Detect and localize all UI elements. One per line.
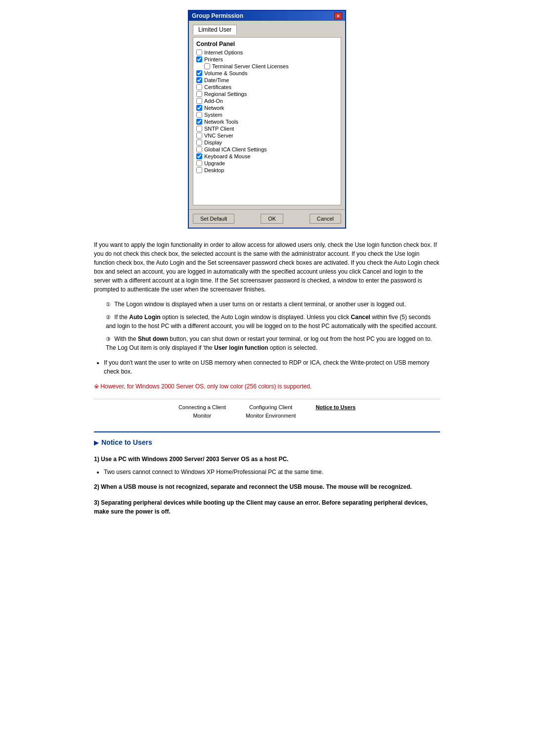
checkbox-7[interactable] <box>196 98 202 104</box>
checkbox-label-4: Date/Time <box>204 77 229 83</box>
notice-title: Notice to Users <box>94 437 440 448</box>
checkbox-label-14: Global ICA Client Settings <box>204 146 267 152</box>
group-permission-dialog: Group Permission × Limited User Control … <box>188 10 346 229</box>
panel-title: Control Panel <box>196 41 338 47</box>
checkbox-item-8[interactable]: Network <box>196 105 338 111</box>
numbered-list: The Logon window is displayed when a use… <box>104 300 440 352</box>
bullet-item-1: If you don't want the user to write on U… <box>104 358 440 376</box>
checkbox-5[interactable] <box>196 84 202 90</box>
checkbox-label-17: Desktop <box>204 167 224 173</box>
ok-button[interactable]: OK <box>261 214 283 224</box>
checkbox-label-1: Printers <box>204 56 223 62</box>
notice-heading-3: 3) Separating peripheral devices while b… <box>94 498 440 516</box>
checkbox-item-11[interactable]: SNTP Client <box>196 126 338 132</box>
tab-limited-user[interactable]: Limited User <box>193 25 237 35</box>
main-content: If you want to apply the login functiona… <box>94 240 440 516</box>
checkbox-16[interactable] <box>196 160 202 166</box>
checkbox-label-10: Network Tools <box>204 119 238 125</box>
checkbox-label-15: Keyboard & Mouse <box>204 153 251 159</box>
checkbox-item-7[interactable]: Add-On <box>196 98 338 104</box>
checkbox-item-9[interactable]: System <box>196 112 338 118</box>
checkbox-label-6: Regional Settings <box>204 91 247 97</box>
checkbox-item-6[interactable]: Regional Settings <box>196 91 338 97</box>
nav-notice-to-users[interactable]: Notice to Users <box>315 403 356 420</box>
nav-configuring-client[interactable]: Configuring ClientMonitor Environment <box>246 403 296 420</box>
checkbox-item-10[interactable]: Network Tools <box>196 119 338 125</box>
checkbox-item-5[interactable]: Certificates <box>196 84 338 90</box>
checkbox-label-2: Terminal Server Client Licenses <box>212 63 289 69</box>
checkbox-item-2[interactable]: Terminal Server Client Licenses <box>204 63 338 69</box>
checkbox-15[interactable] <box>196 153 202 159</box>
checkbox-label-12: VNC Server <box>204 133 233 139</box>
checkbox-12[interactable] <box>196 133 202 139</box>
notice-bullet-1-1: Two users cannot connect to Windows XP H… <box>104 468 440 476</box>
dialog-titlebar: Group Permission × <box>189 11 345 21</box>
checkbox-item-14[interactable]: Global ICA Client Settings <box>196 146 338 152</box>
control-panel-list: Control Panel Internet OptionsPrintersTe… <box>193 37 341 205</box>
list-item-1: The Logon window is displayed when a use… <box>104 300 440 309</box>
notice-bullet-list-1: Two users cannot connect to Windows XP H… <box>104 468 440 476</box>
checkbox-3[interactable] <box>196 70 202 76</box>
checkbox-9[interactable] <box>196 112 202 118</box>
checkbox-6[interactable] <box>196 91 202 97</box>
checkbox-item-1[interactable]: Printers <box>196 56 338 62</box>
checkbox-label-16: Upgrade <box>204 160 225 166</box>
notice-heading-2: 2) When a USB mouse is not recognized, s… <box>94 482 440 491</box>
checkbox-item-16[interactable]: Upgrade <box>196 160 338 166</box>
warning-text: However, for Windows 2000 Server OS, onl… <box>94 382 440 391</box>
list-item-3: With the Shut down button, you can shut … <box>104 334 440 352</box>
checkbox-item-15[interactable]: Keyboard & Mouse <box>196 153 338 159</box>
dialog-title: Group Permission <box>192 12 243 19</box>
checkbox-label-7: Add-On <box>204 98 223 104</box>
tab-bar: Limited User <box>193 25 341 34</box>
checkbox-item-13[interactable]: Display <box>196 140 338 145</box>
checkbox-item-17[interactable]: Desktop <box>196 167 338 173</box>
checkbox-item-12[interactable]: VNC Server <box>196 133 338 139</box>
set-default-button[interactable]: Set Default <box>193 214 234 224</box>
notice-section: Notice to Users 1) Use a PC with Windows… <box>94 431 440 516</box>
list-item-2: If the Auto Login option is selected, th… <box>104 313 440 331</box>
checkbox-label-5: Certificates <box>204 84 231 90</box>
checkbox-label-9: System <box>204 112 222 118</box>
cancel-button[interactable]: Cancel <box>310 214 341 224</box>
checkbox-label-8: Network <box>204 105 224 111</box>
checkbox-17[interactable] <box>196 167 202 173</box>
dialog-close-button[interactable]: × <box>334 12 342 19</box>
bullet-list: If you don't want the user to write on U… <box>104 358 440 376</box>
checkbox-0[interactable] <box>196 49 202 55</box>
main-paragraph: If you want to apply the login functiona… <box>94 240 440 294</box>
dialog-overlay: Group Permission × Limited User Control … <box>10 10 524 229</box>
dialog-footer: Set Default OK Cancel <box>189 209 345 228</box>
checkbox-2[interactable] <box>204 63 210 69</box>
checkbox-item-0[interactable]: Internet Options <box>196 49 338 55</box>
checkbox-1[interactable] <box>196 56 202 62</box>
checkbox-list: Internet OptionsPrintersTerminal Server … <box>196 49 338 173</box>
checkbox-14[interactable] <box>196 146 202 152</box>
checkbox-label-13: Display <box>204 140 222 145</box>
notice-heading-1: 1) Use a PC with Windows 2000 Server/ 20… <box>94 455 440 464</box>
checkbox-11[interactable] <box>196 126 202 132</box>
checkbox-10[interactable] <box>196 119 202 125</box>
checkbox-4[interactable] <box>196 77 202 83</box>
checkbox-item-3[interactable]: Volume & Sounds <box>196 70 338 76</box>
checkbox-label-3: Volume & Sounds <box>204 70 247 76</box>
checkbox-item-4[interactable]: Date/Time <box>196 77 338 83</box>
checkbox-8[interactable] <box>196 105 202 111</box>
checkbox-label-11: SNTP Client <box>204 126 234 132</box>
nav-connecting-client[interactable]: Connecting a ClientMonitor <box>178 403 226 420</box>
checkbox-13[interactable] <box>196 140 202 145</box>
nav-footer: Connecting a ClientMonitor Configuring C… <box>94 399 440 420</box>
checkbox-label-0: Internet Options <box>204 49 243 55</box>
dialog-body: Limited User Control Panel Internet Opti… <box>189 21 345 209</box>
